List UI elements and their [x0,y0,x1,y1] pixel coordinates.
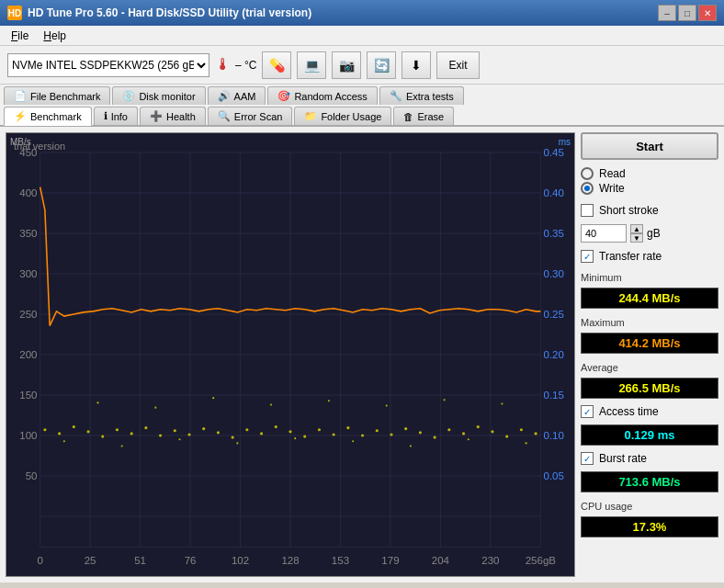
refresh-icon-btn[interactable]: 🔄 [367,51,396,79]
maximum-value: 414.2 MB/s [581,333,718,354]
erase-icon: 🗑 [403,111,413,122]
svg-text:0.25: 0.25 [543,309,563,320]
close-button[interactable]: ✕ [698,5,717,21]
svg-point-54 [73,425,75,428]
short-stroke-unit: gB [647,227,661,240]
svg-text:100: 100 [19,430,37,441]
cpu-usage-label: CPU usage [581,501,718,512]
tab-aam[interactable]: 🔊 AAM [208,86,266,105]
read-radio-item[interactable]: Read [581,167,718,180]
tab-erase[interactable]: 🗑 Erase [393,107,454,125]
svg-point-62 [187,433,190,435]
error-scan-icon: 🔍 [218,110,231,122]
random-access-icon: 🎯 [277,90,290,102]
title-bar: HD HD Tune Pro 5.60 - Hard Disk/SSD Util… [0,0,724,26]
short-stroke-label: Short stroke [599,204,659,217]
title-text: HD Tune Pro 5.60 - Hard Disk/SSD Utility… [28,6,311,19]
tab-info[interactable]: ℹ Info [94,107,138,125]
start-button[interactable]: Start [581,132,718,160]
svg-point-88 [121,445,123,447]
svg-text:0.20: 0.20 [543,349,563,360]
svg-text:150: 150 [19,390,37,401]
svg-point-79 [434,436,436,439]
menu-help[interactable]: Help [36,28,74,44]
svg-point-55 [86,430,89,433]
svg-point-83 [491,430,493,433]
menu-bar: File Help [0,26,724,46]
svg-point-64 [217,431,220,434]
spin-up-arrow[interactable]: ▲ [630,224,643,233]
svg-text:153: 153 [332,555,349,566]
svg-text:128: 128 [281,555,299,566]
transfer-rate-checkbox[interactable]: ✓ [581,250,594,263]
menu-file[interactable]: File [4,28,36,44]
maximize-button[interactable]: □ [678,5,696,21]
svg-point-74 [361,434,364,436]
temperature-display: 🌡 – °C [215,55,256,74]
write-label: Write [599,182,625,195]
svg-text:350: 350 [19,228,37,239]
svg-text:0.15: 0.15 [543,390,563,401]
transfer-rate-row: ✓ Transfer rate [581,250,718,263]
svg-point-69 [288,430,291,433]
short-stroke-value-row: ▲ ▼ gB [581,224,718,243]
burst-rate-checkbox[interactable]: ✓ [581,452,594,465]
tabs-container: 📄 File Benchmark 💿 Disk monitor 🔊 AAM 🎯 … [0,85,724,127]
health-icon-btn[interactable]: 💊 [262,51,291,79]
svg-point-84 [505,435,508,437]
ms-label: ms [559,137,571,147]
svg-point-56 [101,435,104,437]
access-time-checkbox[interactable]: ✓ [581,405,594,418]
svg-point-60 [159,434,162,436]
svg-point-95 [526,442,527,444]
tab-folder-usage[interactable]: 📁 Folder Usage [294,107,391,125]
exit-button[interactable]: Exit [436,51,479,79]
svg-point-90 [236,442,238,444]
tab-benchmark[interactable]: ⚡ Benchmark [4,107,92,126]
short-stroke-input[interactable] [581,224,627,243]
svg-point-72 [333,433,335,435]
svg-point-67 [260,432,263,435]
svg-point-91 [294,437,296,439]
write-radio[interactable] [581,182,594,195]
info-icon-btn[interactable]: 💻 [297,51,326,79]
info-icon: ℹ [104,110,107,122]
tab-random-access[interactable]: 🎯 Random Access [267,86,377,105]
tab-file-benchmark[interactable]: 📄 File Benchmark [4,86,110,105]
svg-point-96 [96,401,98,403]
chart-watermark: trial version [14,141,65,152]
short-stroke-checkbox[interactable] [581,204,594,217]
svg-point-100 [328,400,330,401]
drive-selector[interactable]: NVMe INTEL SSDPEKKW25 (256 gB) [7,53,209,77]
tab-disk-monitor[interactable]: 💿 Disk monitor [112,86,205,105]
svg-point-92 [352,440,354,442]
camera-icon-btn[interactable]: 📷 [332,51,361,79]
svg-point-80 [447,428,450,431]
short-stroke-spinner[interactable]: ▲ ▼ [630,224,643,243]
burst-rate-label: Burst rate [599,452,647,465]
svg-text:179: 179 [381,555,399,566]
minimize-button[interactable]: – [658,5,676,21]
svg-point-86 [535,432,537,435]
benchmark-icon: ⚡ [14,110,27,122]
aam-icon: 🔊 [218,90,231,102]
svg-point-68 [275,425,277,428]
tab-error-scan[interactable]: 🔍 Error Scan [208,107,293,125]
read-label: Read [599,167,626,180]
download-icon-btn[interactable]: ⬇ [402,51,431,79]
svg-point-59 [144,426,147,429]
tab-row-1: 📄 File Benchmark 💿 Disk monitor 🔊 AAM 🎯 … [0,85,724,105]
disk-monitor-icon: 💿 [122,90,135,102]
write-radio-item[interactable]: Write [581,182,718,195]
read-radio[interactable] [581,167,594,180]
svg-point-99 [270,403,272,405]
minimum-label: Minimum [581,272,718,283]
svg-point-75 [376,429,379,432]
tab-health[interactable]: ➕ Health [140,107,206,125]
svg-text:76: 76 [185,555,197,566]
svg-point-101 [386,404,388,406]
spin-down-arrow[interactable]: ▼ [630,233,643,243]
tab-extra-tests[interactable]: 🔧 Extra tests [379,86,464,105]
svg-text:25: 25 [85,555,96,566]
access-time-row: ✓ Access time [581,405,718,418]
